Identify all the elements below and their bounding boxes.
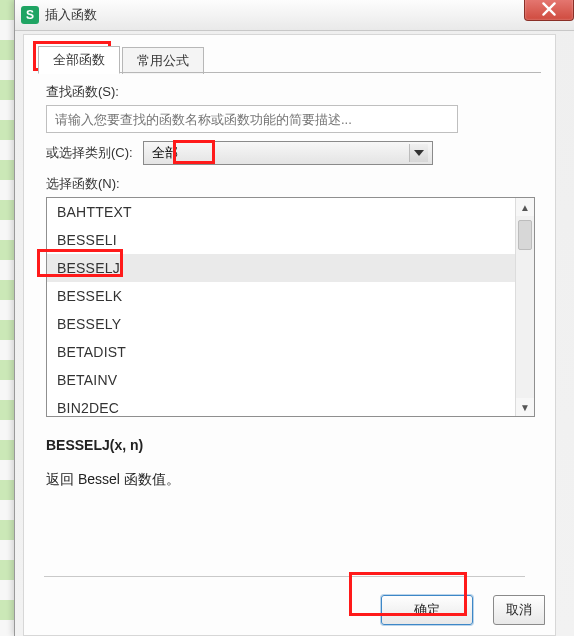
search-label: 查找函数(S): (46, 83, 535, 101)
function-list-items: BAHTTEXTBESSELIBESSELJBESSELKBESSELYBETA… (47, 198, 515, 416)
category-select[interactable]: 全部 (143, 141, 433, 165)
function-description: BESSELJ(x, n) 返回 Bessel 函数值。 (24, 417, 555, 493)
ok-button[interactable]: 确定 (381, 595, 473, 625)
scroll-thumb[interactable] (518, 220, 532, 250)
function-list-label: 选择函数(N): (46, 175, 535, 193)
separator (44, 576, 525, 577)
category-row: 或选择类别(C): 全部 (24, 135, 555, 167)
dialog-buttons: 确定 取消 (381, 595, 555, 625)
list-item[interactable]: BESSELJ (47, 254, 515, 282)
app-icon: S (21, 6, 39, 24)
tab-common-formulas[interactable]: 常用公式 (122, 47, 204, 74)
close-icon (542, 2, 556, 16)
close-button[interactable] (524, 0, 574, 21)
list-item[interactable]: BETADIST (47, 338, 515, 366)
list-item[interactable]: BESSELY (47, 310, 515, 338)
tabs: 全部函数 常用公式 (24, 45, 555, 73)
function-signature: BESSELJ(x, n) (46, 437, 533, 453)
scroll-up-icon[interactable]: ▲ (516, 198, 534, 216)
list-item[interactable]: BESSELK (47, 282, 515, 310)
chevron-down-icon (409, 144, 428, 162)
dialog-body: 全部函数 常用公式 查找函数(S): 或选择类别(C): 全部 (23, 34, 556, 636)
dialog-title: 插入函数 (45, 6, 97, 24)
list-item[interactable]: BAHTTEXT (47, 198, 515, 226)
search-section: 查找函数(S): (24, 73, 555, 135)
cancel-button[interactable]: 取消 (493, 595, 545, 625)
search-input[interactable] (46, 105, 458, 133)
category-label: 或选择类别(C): (46, 144, 133, 162)
tab-all-functions[interactable]: 全部函数 (38, 46, 120, 74)
insert-function-dialog: S 插入函数 全部函数 常用公式 查找函数(S): 或选择类别(C): (14, 0, 574, 636)
scroll-down-icon[interactable]: ▼ (516, 398, 534, 416)
background-stripes (0, 0, 14, 636)
list-item[interactable]: BESSELI (47, 226, 515, 254)
category-selected-value: 全部 (152, 144, 178, 162)
titlebar: S 插入函数 (15, 0, 574, 31)
list-item[interactable]: BETAINV (47, 366, 515, 394)
list-item[interactable]: BIN2DEC (47, 394, 515, 416)
function-listbox[interactable]: BAHTTEXTBESSELIBESSELJBESSELKBESSELYBETA… (46, 197, 535, 417)
scrollbar[interactable]: ▲ ▼ (515, 198, 534, 416)
function-explain: 返回 Bessel 函数值。 (46, 471, 533, 489)
function-list-section: 选择函数(N): (24, 167, 555, 193)
